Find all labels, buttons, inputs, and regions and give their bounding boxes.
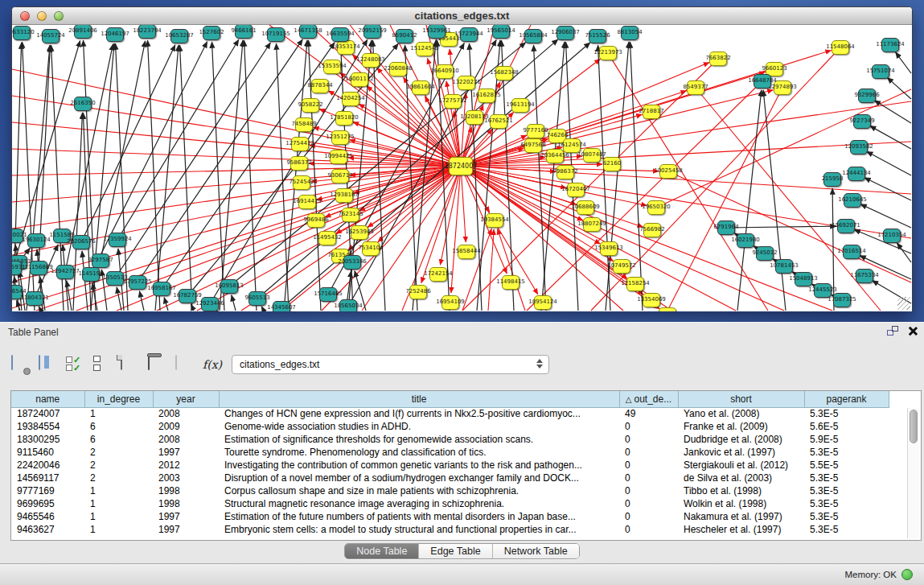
table-scrollbar[interactable] bbox=[907, 408, 919, 538]
network-node[interactable]: 16640910 bbox=[436, 64, 454, 79]
network-node[interactable]: 13220271 bbox=[458, 76, 475, 90]
window-titlebar[interactable]: citations_edges.txt bbox=[12, 7, 912, 25]
network-node[interactable]: 17242154 bbox=[429, 267, 447, 282]
network-node[interactable]: 10781453 bbox=[775, 259, 793, 274]
column-header-name[interactable]: name bbox=[11, 391, 84, 407]
network-node[interactable]: 17087325 bbox=[833, 293, 851, 307]
network-node[interactable]: 10025458 bbox=[659, 164, 677, 179]
network-node[interactable]: 7534104 bbox=[362, 241, 380, 256]
network-node[interactable]: 16720407 bbox=[567, 183, 585, 197]
network-node[interactable]: 7663822 bbox=[709, 51, 727, 66]
network-node[interactable]: 9058222 bbox=[302, 98, 319, 113]
function-builder-button[interactable]: f(x) bbox=[203, 358, 222, 371]
network-node[interactable]: 15048913 bbox=[795, 272, 812, 286]
network-node[interactable]: 18223794 bbox=[138, 25, 156, 39]
network-node[interactable]: 16635594 bbox=[331, 27, 349, 42]
network-node[interactable]: 7986372 bbox=[556, 165, 574, 179]
network-node[interactable]: 3915931 bbox=[12, 261, 22, 275]
column-header-out-de-[interactable]: △out_de... bbox=[619, 391, 678, 407]
network-node[interactable]: 10565884 bbox=[524, 29, 542, 43]
network-node[interactable]: 7524542 bbox=[293, 175, 310, 190]
network-node[interactable]: 15353594 bbox=[323, 60, 341, 74]
network-node[interactable]: 15692071 bbox=[837, 219, 855, 233]
tab-node-table[interactable]: Node Table bbox=[345, 544, 419, 558]
network-node[interactable]: 20053346 bbox=[343, 255, 361, 270]
network-node[interactable]: 16210645 bbox=[844, 193, 861, 208]
network-node[interactable]: 15716485 bbox=[319, 287, 337, 302]
network-node[interactable]: 15329961 bbox=[428, 25, 446, 39]
network-node[interactable]: 7566982 bbox=[643, 223, 661, 237]
column-header-short[interactable]: short bbox=[678, 391, 804, 407]
network-node[interactable]: 12046197 bbox=[106, 27, 124, 42]
network-node[interactable]: 11498415 bbox=[502, 275, 519, 290]
column-header-year[interactable]: year bbox=[153, 391, 219, 407]
network-node[interactable]: 14345607 bbox=[273, 301, 290, 311]
tab-network-table[interactable]: Network Table bbox=[493, 544, 579, 558]
tab-edge-table[interactable]: Edge Table bbox=[419, 544, 492, 558]
create-column-button[interactable] bbox=[121, 356, 138, 373]
network-node[interactable]: 16762521 bbox=[490, 114, 507, 129]
table-row[interactable]: 946362711997Embryonic stem cells: a mode… bbox=[11, 523, 889, 536]
network-node[interactable]: 7623145 bbox=[342, 208, 359, 222]
network-node[interactable]: 16253943 bbox=[351, 225, 368, 240]
network-node[interactable]: 2718817 bbox=[643, 105, 660, 119]
network-node[interactable]: 18807249 bbox=[583, 217, 601, 232]
network-node[interactable]: 16958167 bbox=[153, 282, 170, 296]
network-node[interactable]: 9633120 bbox=[13, 26, 31, 40]
select-visible-columns-button[interactable]: ✓✓ bbox=[66, 356, 84, 373]
network-node[interactable]: 12158254 bbox=[626, 277, 644, 291]
network-node[interactable]: 11804321 bbox=[26, 291, 43, 306]
network-node[interactable]: 12093582 bbox=[850, 140, 868, 154]
network-node[interactable]: 8813054 bbox=[621, 26, 639, 40]
memory-status[interactable]: Memory: OK bbox=[844, 569, 913, 580]
network-node[interactable]: 9297587 bbox=[92, 253, 109, 268]
network-node[interactable]: 10719155 bbox=[267, 27, 285, 42]
network-node[interactable]: 9586372 bbox=[290, 156, 308, 171]
network-node[interactable]: 15682348 bbox=[495, 66, 513, 80]
table-scrollbar-thumb[interactable] bbox=[910, 410, 918, 443]
network-node[interactable]: 12754412 bbox=[291, 137, 309, 151]
network-node[interactable]: 19613194 bbox=[511, 98, 529, 113]
network-canvas[interactable]: 1835317415353594887834490582227458489127… bbox=[12, 25, 912, 311]
network-node[interactable]: 10994425 bbox=[330, 150, 347, 164]
network-node[interactable]: 19384554 bbox=[486, 213, 503, 228]
network-node[interactable]: 11495432 bbox=[318, 231, 336, 245]
network-node[interactable]: 12923446 bbox=[201, 297, 219, 311]
network-node[interactable]: 8590412 bbox=[396, 29, 413, 43]
network-node[interactable]: 16021980 bbox=[737, 233, 754, 248]
network-node[interactable]: 2616350 bbox=[74, 97, 92, 111]
network-node[interactable]: 8549377 bbox=[687, 80, 704, 95]
network-node[interactable]: 17016514 bbox=[843, 245, 860, 259]
network-node[interactable]: 7252486 bbox=[409, 285, 427, 299]
network-node[interactable]: 20206576 bbox=[72, 235, 90, 249]
table-row[interactable]: 946554611997Estimation of the future num… bbox=[11, 510, 889, 523]
network-node[interactable]: 9329966 bbox=[858, 89, 876, 103]
network-node[interactable]: 10653287 bbox=[170, 29, 188, 43]
network-node[interactable]: 15751074 bbox=[872, 64, 889, 79]
network-node[interactable]: 215958 bbox=[823, 172, 841, 187]
network-node[interactable]: 16095813 bbox=[220, 279, 238, 294]
network-node[interactable]: 9777169 bbox=[527, 124, 544, 138]
network-node[interactable]: 6497568 bbox=[524, 138, 542, 153]
network-node[interactable]: 10688609 bbox=[577, 200, 594, 215]
network-node[interactable]: 18353174 bbox=[337, 40, 355, 55]
network-node[interactable]: 17957225 bbox=[129, 275, 146, 290]
network-node[interactable]: 10749572 bbox=[613, 259, 630, 274]
network-node[interactable]: 11548064 bbox=[832, 40, 849, 55]
network-node[interactable]: 9466161 bbox=[235, 25, 253, 39]
column-header-pagerank[interactable]: pagerank bbox=[804, 391, 889, 407]
network-node[interactable]: 12351275 bbox=[331, 130, 349, 145]
network-node[interactable]: 12444134 bbox=[848, 167, 865, 181]
network-node[interactable]: 19650320 bbox=[647, 200, 665, 215]
network-node[interactable]: 19861604 bbox=[412, 80, 429, 95]
network-node[interactable]: 16914479 bbox=[298, 195, 316, 209]
network-node[interactable]: 20952159 bbox=[363, 25, 381, 39]
table-row[interactable]: 1830029562008Estimation of significance … bbox=[11, 433, 889, 446]
close-panel-icon[interactable] bbox=[908, 326, 918, 336]
table-row[interactable]: 1938455462009Genome-wide association stu… bbox=[11, 420, 889, 433]
network-node[interactable]: 9306717 bbox=[331, 169, 349, 183]
network-node[interactable]: 12938167 bbox=[335, 188, 353, 203]
show-column-button[interactable] bbox=[39, 356, 56, 373]
column-header-in-degree[interactable]: in_degree bbox=[84, 391, 153, 407]
network-node[interactable]: 13354069 bbox=[643, 293, 660, 307]
